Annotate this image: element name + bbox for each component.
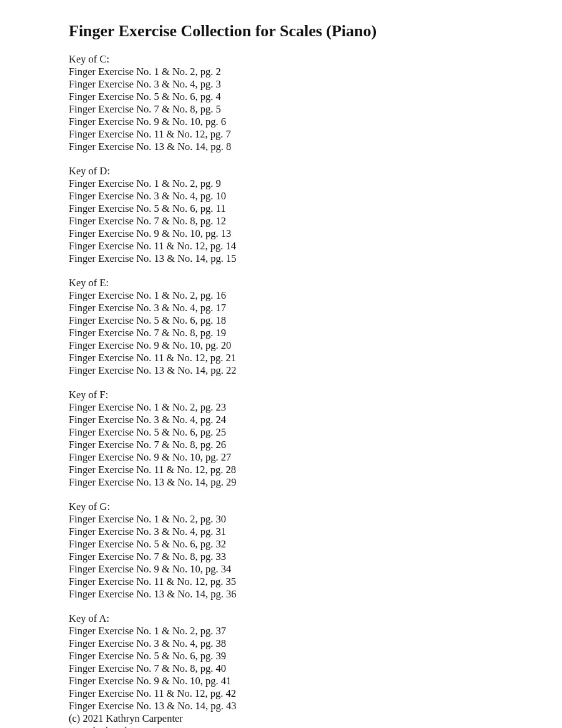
toc-entry: Finger Exercise No. 13 & No. 14, pg. 29 bbox=[69, 476, 562, 489]
toc-entry: Finger Exercise No. 11 & No. 12, pg. 7 bbox=[69, 128, 562, 141]
toc-section-heading: Key of D: bbox=[69, 165, 562, 177]
toc-section: Key of E:Finger Exercise No. 1 & No. 2, … bbox=[69, 277, 562, 377]
toc-section: Key of F:Finger Exercise No. 1 & No. 2, … bbox=[69, 389, 562, 489]
toc-entry: Finger Exercise No. 1 & No. 2, pg. 9 bbox=[69, 177, 562, 190]
toc-container: Key of C:Finger Exercise No. 1 & No. 2, … bbox=[69, 53, 562, 712]
toc-section-heading: Key of A: bbox=[69, 612, 562, 625]
toc-entry: Finger Exercise No. 9 & No. 10, pg. 34 bbox=[69, 563, 562, 576]
toc-entry: Finger Exercise No. 5 & No. 6, pg. 11 bbox=[69, 202, 562, 215]
toc-entry: Finger Exercise No. 1 & No. 2, pg. 30 bbox=[69, 513, 562, 526]
toc-entry: Finger Exercise No. 13 & No. 14, pg. 8 bbox=[69, 141, 562, 153]
website-line: www.kathrynleecarpenter.com bbox=[69, 725, 562, 728]
toc-entry: Finger Exercise No. 3 & No. 4, pg. 17 bbox=[69, 302, 562, 314]
toc-entry: Finger Exercise No. 5 & No. 6, pg. 32 bbox=[69, 538, 562, 551]
toc-section-heading: Key of G: bbox=[69, 501, 562, 513]
toc-entry: Finger Exercise No. 11 & No. 12, pg. 14 bbox=[69, 240, 562, 252]
toc-entry: Finger Exercise No. 7 & No. 8, pg. 5 bbox=[69, 103, 562, 116]
toc-entry: Finger Exercise No. 9 & No. 10, pg. 6 bbox=[69, 116, 562, 128]
toc-section: Key of G:Finger Exercise No. 1 & No. 2, … bbox=[69, 501, 562, 601]
toc-entry: Finger Exercise No. 9 & No. 10, pg. 27 bbox=[69, 451, 562, 464]
toc-entry: Finger Exercise No. 13 & No. 14, pg. 43 bbox=[69, 700, 562, 712]
toc-entry: Finger Exercise No. 11 & No. 12, pg. 21 bbox=[69, 352, 562, 364]
toc-entry: Finger Exercise No. 13 & No. 14, pg. 22 bbox=[69, 364, 562, 377]
toc-section-heading: Key of E: bbox=[69, 277, 562, 289]
document-page: Finger Exercise Collection for Scales (P… bbox=[0, 0, 562, 728]
toc-entry: Finger Exercise No. 7 & No. 8, pg. 12 bbox=[69, 215, 562, 227]
toc-entry: Finger Exercise No. 13 & No. 14, pg. 36 bbox=[69, 588, 562, 601]
toc-entry: Finger Exercise No. 1 & No. 2, pg. 23 bbox=[69, 401, 562, 414]
toc-entry: Finger Exercise No. 3 & No. 4, pg. 38 bbox=[69, 637, 562, 650]
toc-entry: Finger Exercise No. 3 & No. 4, pg. 3 bbox=[69, 78, 562, 91]
copyright-line: (c) 2021 Kathryn Carpenter bbox=[69, 712, 562, 725]
toc-entry: Finger Exercise No. 7 & No. 8, pg. 33 bbox=[69, 551, 562, 563]
toc-entry: Finger Exercise No. 9 & No. 10, pg. 20 bbox=[69, 339, 562, 352]
toc-entry: Finger Exercise No. 9 & No. 10, pg. 41 bbox=[69, 675, 562, 687]
toc-entry: Finger Exercise No. 11 & No. 12, pg. 42 bbox=[69, 687, 562, 700]
toc-section: Key of C:Finger Exercise No. 1 & No. 2, … bbox=[69, 53, 562, 153]
toc-entry: Finger Exercise No. 1 & No. 2, pg. 37 bbox=[69, 625, 562, 637]
toc-entry: Finger Exercise No. 7 & No. 8, pg. 26 bbox=[69, 439, 562, 451]
toc-entry: Finger Exercise No. 3 & No. 4, pg. 24 bbox=[69, 414, 562, 426]
toc-entry: Finger Exercise No. 11 & No. 12, pg. 28 bbox=[69, 464, 562, 476]
toc-entry: Finger Exercise No. 7 & No. 8, pg. 40 bbox=[69, 662, 562, 675]
toc-section: Key of D:Finger Exercise No. 1 & No. 2, … bbox=[69, 165, 562, 265]
toc-entry: Finger Exercise No. 3 & No. 4, pg. 10 bbox=[69, 190, 562, 202]
toc-entry: Finger Exercise No. 5 & No. 6, pg. 4 bbox=[69, 91, 562, 103]
toc-entry: Finger Exercise No. 9 & No. 10, pg. 13 bbox=[69, 227, 562, 240]
toc-section-heading: Key of F: bbox=[69, 389, 562, 401]
toc-entry: Finger Exercise No. 11 & No. 12, pg. 35 bbox=[69, 576, 562, 588]
toc-entry: Finger Exercise No. 1 & No. 2, pg. 16 bbox=[69, 289, 562, 302]
toc-entry: Finger Exercise No. 13 & No. 14, pg. 15 bbox=[69, 252, 562, 265]
toc-section: Key of A:Finger Exercise No. 1 & No. 2, … bbox=[69, 612, 562, 712]
toc-entry: Finger Exercise No. 5 & No. 6, pg. 18 bbox=[69, 314, 562, 327]
toc-entry: Finger Exercise No. 1 & No. 2, pg. 2 bbox=[69, 66, 562, 78]
toc-entry: Finger Exercise No. 5 & No. 6, pg. 39 bbox=[69, 650, 562, 662]
toc-entry: Finger Exercise No. 5 & No. 6, pg. 25 bbox=[69, 426, 562, 439]
toc-section-heading: Key of C: bbox=[69, 53, 562, 66]
toc-entry: Finger Exercise No. 3 & No. 4, pg. 31 bbox=[69, 526, 562, 538]
toc-entry: Finger Exercise No. 7 & No. 8, pg. 19 bbox=[69, 327, 562, 339]
page-title: Finger Exercise Collection for Scales (P… bbox=[69, 22, 562, 41]
